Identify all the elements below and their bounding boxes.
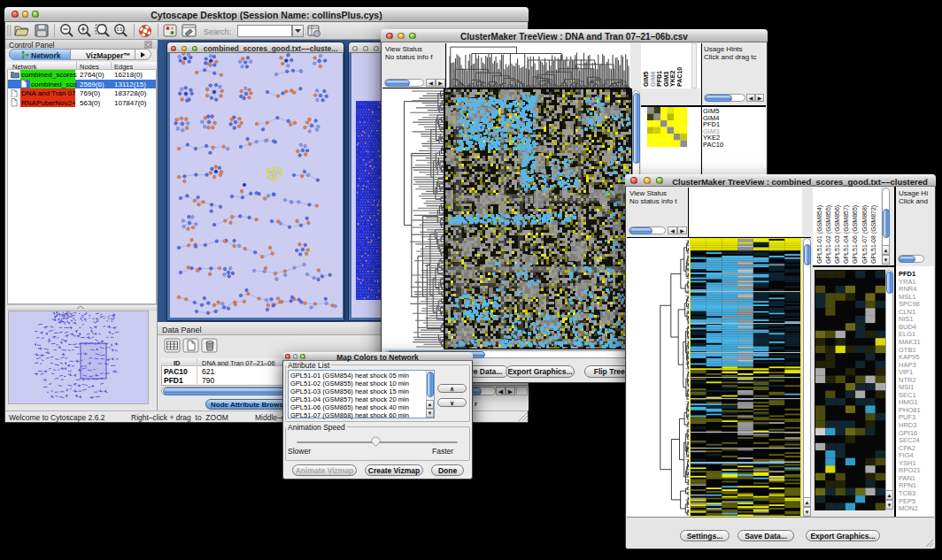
svg-text:GIM5: GIM5 [643,72,649,87]
svg-text:GPL51-03 (GSM856): GPL51-03 (GSM856) [834,205,841,264]
svg-text:GPL51-07 (GSM868): GPL51-07 (GSM868) [861,205,869,264]
svg-text:PAC10: PAC10 [676,67,683,87]
svg-text:GIM4: GIM4 [650,72,656,87]
svg-text:1:1: 1:1 [117,27,123,32]
svg-text:GPL51-01 (GSM854): GPL51-01 (GSM854) [816,205,823,264]
svg-text:GPL51-08 (GSM872): GPL51-08 (GSM872) [870,205,877,264]
svg-text:GIM3: GIM3 [663,72,669,87]
svg-text:GPL51-06 (GSM865): GPL51-06 (GSM865) [852,205,859,264]
svg-text:GPL51-02 (GSM855): GPL51-02 (GSM855) [825,205,832,264]
svg-text:YKE2: YKE2 [669,71,676,87]
svg-text:GPL51-04 (GSM857): GPL51-04 (GSM857) [843,205,850,264]
svg-text:PFD1: PFD1 [656,71,662,87]
